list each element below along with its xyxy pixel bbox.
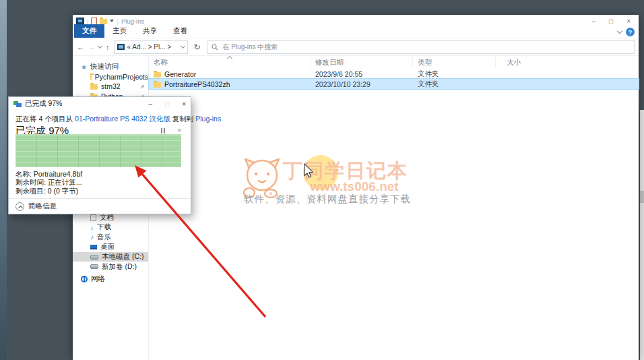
detail-time-remaining: 剩余时间: 正在计算...	[15, 178, 82, 186]
file-list: 名称 修改日期 类型 大小 Generator 2023/9/6 20:55 文…	[149, 57, 639, 360]
folder-icon	[154, 72, 161, 78]
folder-icon	[117, 44, 125, 50]
minimize-button[interactable]: –	[592, 18, 596, 25]
right-window-scroll-thumb[interactable]	[640, 191, 644, 203]
column-header-name[interactable]: 名称	[149, 57, 311, 68]
destination-folder-link[interactable]: Plug-ins	[195, 115, 221, 123]
copy-description: 正在将 4 个项目从 01-Portraiture PS 4032 汉化版 复制…	[15, 115, 185, 124]
maximize-button[interactable]: □	[609, 18, 613, 25]
pin-icon	[140, 75, 145, 80]
divider	[9, 198, 191, 199]
column-header-date[interactable]: 修改日期	[311, 57, 413, 68]
pin-icon	[140, 84, 145, 89]
recent-locations-icon[interactable]	[98, 44, 102, 49]
search-box[interactable]	[207, 40, 635, 54]
forward-button[interactable]: →	[88, 43, 96, 51]
copy-progress-dialog: 已完成 97% – □ × 正在将 4 个项目从 01-Portraiture …	[8, 96, 191, 214]
left-window-edge	[0, 0, 7, 360]
address-bar[interactable]: « Ad... > Pl... >	[114, 40, 188, 54]
tab-file[interactable]: 文件	[74, 24, 104, 38]
sidebar-item-new-volume-d[interactable]: 新加卷 (D:)	[73, 262, 148, 272]
table-row[interactable]: Generator 2023/9/6 20:55 文件夹	[149, 69, 639, 79]
search-icon	[212, 44, 218, 51]
sidebar-item-pycharmprojects[interactable]: PycharmProjects	[73, 72, 148, 82]
star-icon: ★	[81, 63, 87, 71]
drive-icon	[90, 264, 98, 269]
file-type: 文件夹	[413, 69, 496, 79]
column-header-size[interactable]: 大小	[496, 57, 551, 68]
explorer-app-icon	[76, 18, 84, 24]
dialog-minimize-button[interactable]: –	[149, 100, 153, 108]
right-window-edge	[640, 110, 644, 360]
folder-icon	[90, 75, 92, 80]
pause-icon[interactable]	[161, 128, 165, 133]
window-title: Plug-ins	[121, 18, 144, 25]
detail-items-remaining: 剩余项目: 0 (0 字节)	[15, 187, 82, 195]
chevron-up-circle-icon	[15, 202, 24, 211]
cancel-icon[interactable]: ×	[177, 127, 181, 134]
up-button[interactable]: ↑	[106, 43, 110, 51]
desktop-icon	[90, 245, 97, 249]
fewer-details-toggle[interactable]: 简略信息	[15, 202, 57, 211]
sidebar-item-quick-access[interactable]: ★ 快速访问	[73, 62, 148, 72]
separator: |	[87, 18, 88, 25]
sidebar-item-network[interactable]: 网络	[73, 274, 148, 284]
drive-icon	[90, 255, 98, 260]
separator: |	[117, 18, 118, 25]
column-headers: 名称 修改日期 类型 大小	[149, 57, 639, 68]
dialog-maximize-button: □	[165, 100, 169, 108]
back-button[interactable]: ←	[77, 43, 84, 51]
copy-files-icon	[13, 101, 22, 107]
source-folder-link[interactable]: 01-Portraiture PS 4032 汉化版	[75, 115, 170, 123]
file-date: 2023/10/10 23:29	[311, 80, 413, 88]
music-icon: ♪	[90, 233, 94, 241]
tab-share[interactable]: 共享	[135, 24, 165, 38]
table-row-selected[interactable]: PortraiturePS4032zh 2023/10/10 23:29 文件夹	[149, 79, 639, 89]
copy-details: 名称: Portraiture4.8bf 剩余时间: 正在计算... 剩余项目:…	[15, 170, 82, 195]
detail-name: 名称: Portraiture4.8bf	[15, 170, 82, 178]
help-icon[interactable]: ?	[626, 28, 635, 36]
file-name: Generator	[164, 70, 196, 78]
ribbon-tabs: 文件 主页 共享 查看 ?	[73, 26, 639, 38]
address-breadcrumb[interactable]: « Ad... > Pl... >	[127, 43, 172, 51]
navigation-bar: ← → ↑ « Ad... > Pl... > ↻	[73, 38, 639, 56]
tab-home[interactable]: 主页	[104, 24, 135, 38]
sidebar-item-local-disk-c[interactable]: 本地磁盘 (C:)	[73, 252, 148, 262]
sidebar-item-desktop[interactable]: 桌面	[73, 242, 148, 252]
sidebar-item-downloads[interactable]: ↓ 下载	[73, 222, 148, 233]
sort-ascending-icon	[226, 56, 232, 61]
document-icon	[90, 214, 96, 221]
search-input[interactable]	[222, 42, 630, 51]
customize-toolbar-icon[interactable]	[110, 20, 114, 22]
screenshot-root: | | Plug-ins – □ × 文件 主页 共享 查看 ?	[0, 0, 644, 360]
new-folder-icon[interactable]	[100, 19, 107, 24]
sidebar-item-music[interactable]: ♪ 音乐	[73, 233, 148, 243]
dialog-titlebar: 已完成 97% – □ ×	[9, 97, 191, 111]
sidebar-item-stm32[interactable]: stm32	[73, 82, 148, 92]
properties-icon[interactable]	[91, 18, 97, 25]
dialog-title: 已完成 97%	[25, 99, 62, 109]
collapse-ribbon-icon[interactable]	[617, 28, 622, 34]
quick-access-toolbar: | |	[76, 18, 119, 25]
transfer-speed-graph	[15, 134, 181, 167]
column-header-type[interactable]: 类型	[413, 57, 496, 68]
address-dropdown-icon[interactable]	[180, 44, 185, 49]
file-type: 文件夹	[413, 80, 496, 89]
folder-icon	[90, 84, 98, 90]
close-button[interactable]: ×	[626, 18, 631, 25]
tab-view[interactable]: 查看	[165, 24, 195, 38]
file-name: PortraiturePS4032zh	[164, 80, 230, 88]
file-date: 2023/9/6 20:55	[311, 70, 413, 78]
download-icon: ↓	[90, 224, 94, 231]
folder-icon	[154, 82, 161, 88]
network-icon	[81, 276, 88, 282]
refresh-icon[interactable]: ↻	[192, 42, 203, 52]
dialog-close-button[interactable]: ×	[182, 100, 186, 108]
